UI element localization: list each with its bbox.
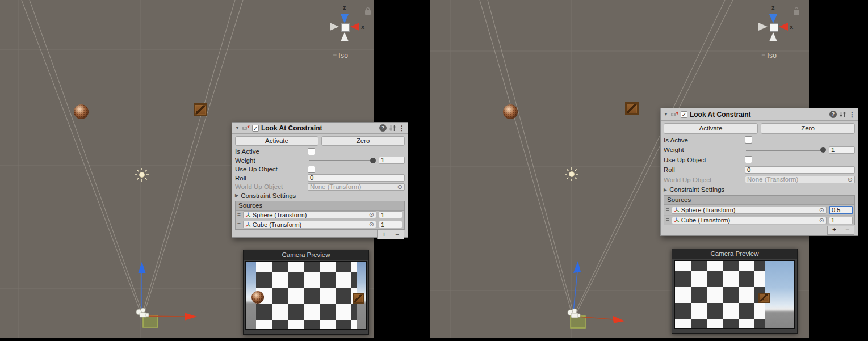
component-header[interactable]: ▼ ✓ Look At Constraint ? ⋮ — [661, 108, 858, 121]
sources-header: Sources — [664, 196, 854, 205]
drag-handle-icon[interactable]: = — [666, 217, 669, 223]
source-weight-field[interactable]: 1 — [379, 211, 402, 218]
gizmo-x-cone[interactable] — [779, 23, 788, 31]
component-header[interactable]: ▼ ✓ Look At Constraint ? ⋮ — [232, 123, 408, 134]
source-row[interactable]: = Sphere (Transform) ⊙ 1 — [236, 211, 404, 220]
roll-field[interactable]: 0 — [745, 166, 855, 174]
help-icon[interactable]: ? — [829, 111, 837, 118]
drag-handle-icon[interactable]: = — [237, 212, 241, 218]
lock-icon[interactable] — [365, 10, 371, 15]
use-up-object-checkbox[interactable] — [745, 156, 752, 163]
object-picker-icon[interactable]: ⊙ — [819, 207, 824, 213]
use-up-object-label: Use Up Object — [664, 157, 745, 163]
camera-preview-frame — [674, 260, 795, 329]
look-at-constraint-panel-right: ▼ ✓ Look At Constraint ? ⋮ Activate Zero… — [660, 108, 858, 236]
sphere-in-preview — [251, 291, 264, 304]
gizmo-bottom-cone[interactable] — [769, 32, 777, 41]
directional-light-gizmo[interactable] — [135, 168, 149, 182]
component-enabled-checkbox[interactable]: ✓ — [252, 125, 259, 132]
source-weight-field[interactable]: 0.5 — [829, 206, 853, 214]
help-icon[interactable]: ? — [379, 124, 387, 132]
gizmo-center-cube[interactable] — [770, 23, 778, 32]
source-object-field[interactable]: Cube (Transform) ⊙ — [243, 221, 376, 228]
foldout-arrow-icon[interactable]: ▼ — [235, 125, 240, 130]
world-up-object-label: World Up Object — [664, 176, 745, 183]
roll-label: Roll — [235, 175, 308, 182]
source-object-field[interactable]: Sphere (Transform) ⊙ — [243, 211, 376, 218]
gizmo-bottom-cone[interactable] — [341, 32, 349, 41]
object-picker-icon[interactable]: ⊙ — [848, 176, 853, 183]
gizmo-left-cone[interactable] — [758, 23, 768, 31]
weight-value-field[interactable]: 1 — [829, 146, 855, 154]
use-up-object-checkbox[interactable] — [308, 166, 315, 173]
gizmo-x-cone[interactable] — [350, 23, 359, 31]
iso-label: Iso — [338, 52, 348, 60]
object-picker-icon[interactable]: ⊙ — [369, 212, 374, 218]
is-active-checkbox[interactable] — [745, 136, 752, 144]
gizmo-z-cone[interactable] — [341, 14, 349, 23]
roll-field[interactable]: 0 — [308, 174, 405, 182]
cube-object[interactable] — [625, 102, 639, 115]
camera-object[interactable] — [136, 308, 149, 317]
source-row[interactable]: = Sphere (Transform) ⊙ 0.5 — [664, 205, 854, 215]
remove-source-button[interactable]: − — [391, 230, 404, 239]
source-weight-field[interactable]: 1 — [379, 221, 402, 228]
add-source-button[interactable]: + — [828, 226, 841, 234]
world-up-object-field[interactable]: None (Transform) ⊙ — [745, 176, 855, 183]
transform-icon — [245, 222, 251, 228]
component-enabled-checkbox[interactable]: ✓ — [681, 111, 687, 118]
source-object-field[interactable]: Cube (Transform) ⊙ — [672, 217, 827, 224]
transform-icon — [245, 212, 251, 218]
weight-value-field[interactable]: 1 — [379, 157, 405, 164]
move-gizmo-y-axis[interactable] — [573, 261, 581, 311]
remove-source-button[interactable]: − — [841, 226, 854, 234]
orientation-gizmo[interactable]: z x — [324, 3, 374, 49]
camera-preview-title: Camera Preview — [244, 250, 368, 260]
object-picker-icon[interactable]: ⊙ — [819, 217, 824, 224]
sphere-object[interactable] — [503, 104, 518, 119]
preset-icon[interactable] — [839, 111, 846, 118]
directional-light-gizmo[interactable] — [565, 167, 578, 181]
camera-preview-title: Camera Preview — [672, 249, 797, 259]
source-weight-field[interactable]: 1 — [829, 217, 853, 224]
object-picker-icon[interactable]: ⊙ — [369, 221, 374, 228]
use-up-object-label: Use Up Object — [235, 166, 308, 172]
activate-button[interactable]: Activate — [664, 123, 758, 134]
gizmo-center-cube[interactable] — [341, 23, 350, 32]
gizmo-z-cone[interactable] — [769, 14, 777, 23]
orientation-gizmo[interactable]: z x — [752, 3, 806, 49]
camera-preview-image — [675, 261, 794, 328]
lock-icon[interactable] — [794, 10, 799, 15]
foldout-collapsed-icon[interactable]: ▶ — [664, 187, 667, 192]
iso-mode-button[interactable]: ≡Iso — [761, 52, 777, 60]
foldout-arrow-icon[interactable]: ▼ — [664, 112, 668, 117]
weight-slider[interactable] — [745, 146, 826, 154]
activate-button[interactable]: Activate — [235, 136, 318, 146]
constraint-icon — [242, 124, 250, 132]
drag-handle-icon[interactable]: = — [666, 207, 669, 213]
add-source-button[interactable]: + — [378, 230, 391, 239]
sources-list: Sources = Sphere (Transform) ⊙ 1 = — [235, 201, 405, 230]
drag-handle-icon[interactable]: = — [237, 222, 241, 228]
hamburger-icon: ≡ — [333, 52, 337, 60]
object-picker-icon[interactable]: ⊙ — [397, 184, 402, 190]
transform-icon — [674, 217, 680, 223]
menu-icon[interactable]: ⋮ — [399, 124, 405, 132]
is-active-checkbox[interactable] — [308, 148, 315, 155]
weight-slider[interactable] — [308, 157, 376, 164]
cube-object[interactable] — [194, 103, 207, 116]
zero-button[interactable]: Zero — [761, 123, 855, 134]
source-row[interactable]: = Cube (Transform) ⊙ 1 — [236, 220, 404, 229]
zero-button[interactable]: Zero — [321, 136, 405, 146]
iso-mode-button[interactable]: ≡Iso — [333, 52, 348, 60]
world-up-object-field[interactable]: None (Transform) ⊙ — [308, 183, 405, 191]
constraint-settings-label: Constraint Settings — [669, 186, 724, 193]
source-object-field[interactable]: Sphere (Transform) ⊙ — [672, 207, 827, 214]
gizmo-left-cone[interactable] — [330, 23, 339, 31]
preset-icon[interactable] — [389, 125, 396, 132]
menu-icon[interactable]: ⋮ — [849, 111, 855, 119]
source-row[interactable]: = Cube (Transform) ⊙ 1 — [664, 215, 854, 225]
cube-in-preview — [353, 293, 364, 304]
foldout-collapsed-icon[interactable]: ▶ — [235, 193, 238, 198]
sphere-object[interactable] — [74, 104, 89, 119]
